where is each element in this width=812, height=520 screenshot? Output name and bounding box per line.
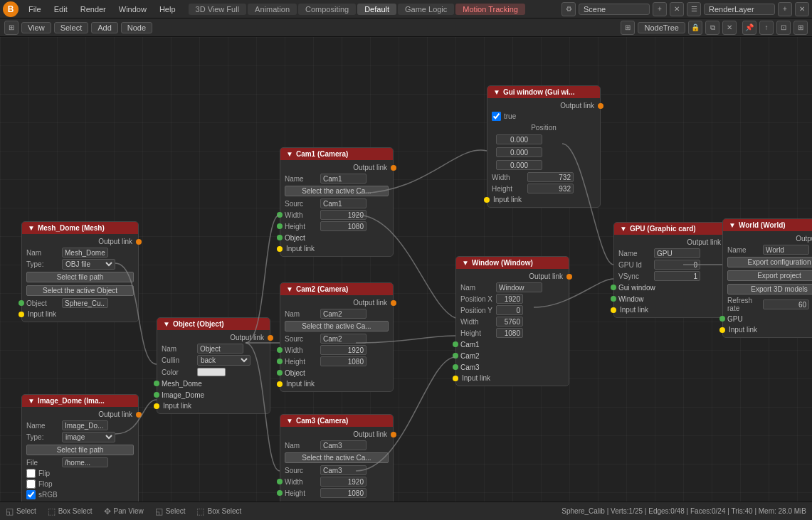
cam3-source-input[interactable]: [320, 465, 367, 475]
socket-height-cam3[interactable]: [277, 490, 283, 496]
socket-object-mesh-dome[interactable]: [19, 300, 24, 306]
node-object[interactable]: ▼ Object (Object) Output link Nam Cullin…: [157, 317, 270, 414]
toolbar-add[interactable]: Add: [91, 22, 118, 33]
cam2-name-input[interactable]: [320, 309, 367, 319]
node-collapse-gpu[interactable]: ▼: [620, 225, 627, 233]
socket-gui-window-gpu[interactable]: [611, 285, 616, 290]
cam3-select-btn[interactable]: Select the active Ca...: [285, 452, 389, 463]
node-collapse-mesh-dome[interactable]: ▼: [28, 224, 35, 232]
tab-motiontracking[interactable]: Motion Tracking: [455, 4, 525, 15]
socket-width-cam3[interactable]: [277, 479, 283, 484]
object-culling-select[interactable]: back: [197, 355, 251, 366]
socket-input-object[interactable]: [154, 403, 159, 409]
renderlayer-icon[interactable]: ☰: [687, 2, 701, 16]
scene-del-btn[interactable]: ✕: [670, 2, 684, 16]
socket-mesh-dome-obj[interactable]: [154, 381, 159, 386]
mesh-dome-select-file-btn[interactable]: Select file path: [26, 272, 134, 282]
window-height-input[interactable]: [496, 328, 523, 338]
socket-output-gui-window[interactable]: [598, 103, 603, 109]
scene-add-btn[interactable]: +: [653, 2, 667, 16]
node-collapse-cam3[interactable]: ▼: [286, 417, 293, 425]
socket-height-cam2[interactable]: [277, 359, 283, 364]
gui-window-posz-input[interactable]: [496, 160, 542, 170]
socket-width-cam2[interactable]: [277, 347, 283, 353]
image-dome-select-file-btn[interactable]: Select file path: [26, 445, 134, 455]
node-cam3[interactable]: ▼ Cam3 (Camera) Output link Nam Select t…: [280, 414, 394, 502]
cam1-source-input[interactable]: [320, 198, 367, 208]
toolbar-select[interactable]: Select: [54, 22, 89, 33]
tab-default[interactable]: Default: [357, 4, 396, 15]
socket-cam1-window[interactable]: [453, 341, 458, 347]
layout-icon[interactable]: ⊡: [776, 21, 791, 35]
image-dome-name-input[interactable]: [62, 420, 108, 430]
object-name-input[interactable]: [197, 344, 243, 354]
node-world[interactable]: ▼ World (World) Output link Name Export …: [722, 218, 812, 338]
scene-name-input[interactable]: [579, 4, 650, 15]
window-posx-input[interactable]: [496, 294, 523, 304]
gui-window-posx-input[interactable]: [496, 134, 542, 144]
socket-input-gpu[interactable]: [611, 307, 616, 313]
window-width-input[interactable]: [496, 317, 523, 327]
cam2-height-input[interactable]: [320, 356, 367, 366]
status-box-select-left[interactable]: ⬚ Box Select: [48, 506, 93, 516]
gpu-id-input[interactable]: [654, 260, 700, 270]
image-dome-flip-checkbox[interactable]: [26, 469, 36, 478]
tab-3dviewfull[interactable]: 3D View Full: [189, 4, 247, 15]
socket-output-cam1[interactable]: [391, 165, 396, 171]
arrow-up-icon[interactable]: ↑: [759, 21, 774, 35]
world-refresh-input[interactable]: [763, 299, 809, 309]
mesh-dome-object-input[interactable]: [62, 298, 108, 308]
node-collapse-object[interactable]: ▼: [163, 320, 170, 328]
socket-input-mesh-dome[interactable]: [19, 312, 24, 317]
socket-input-cam2[interactable]: [277, 381, 283, 387]
menu-edit[interactable]: Edit: [48, 4, 73, 15]
socket-output-image-dome[interactable]: [136, 412, 142, 418]
socket-output-cam2[interactable]: [391, 300, 396, 306]
socket-output-mesh-dome[interactable]: [136, 239, 142, 245]
gui-window-width-input[interactable]: [527, 172, 574, 182]
nodetree-copy-icon[interactable]: ⧉: [705, 21, 719, 35]
socket-output-cam3[interactable]: [391, 432, 396, 437]
mesh-dome-name-input[interactable]: [62, 248, 108, 258]
socket-height-cam1[interactable]: [277, 223, 283, 229]
socket-cam2-window[interactable]: [453, 353, 458, 359]
socket-output-window[interactable]: [566, 274, 572, 280]
cam1-width-input[interactable]: [320, 210, 367, 220]
gpu-name-input[interactable]: [654, 248, 700, 258]
more-icon[interactable]: ⊞: [793, 21, 808, 35]
socket-gpu-world[interactable]: [719, 316, 725, 322]
image-dome-file-input[interactable]: [62, 457, 108, 467]
node-gui-window[interactable]: ▼ Gui window (Gui wi... Output link true…: [487, 85, 601, 208]
cam1-select-btn[interactable]: Select the active Ca...: [285, 186, 389, 196]
status-box-select-right[interactable]: ⬚ Box Select: [196, 506, 241, 516]
rl-del-btn[interactable]: ✕: [795, 2, 809, 16]
gui-window-posy-input[interactable]: [496, 147, 542, 157]
node-image-dome[interactable]: ▼ Image_Dome (Ima... Output link Name Ty…: [21, 394, 139, 502]
object-color-swatch[interactable]: [197, 368, 226, 376]
nodetree-type-icon[interactable]: ⊞: [621, 21, 635, 35]
gui-window-decorated-checkbox[interactable]: [492, 112, 501, 121]
node-canvas[interactable]: ▼ Mesh_Dome (Mesh) Output link Nam Type:…: [0, 37, 812, 502]
menu-window[interactable]: Window: [113, 4, 152, 15]
cam2-source-input[interactable]: [320, 334, 367, 344]
socket-output-object[interactable]: [268, 335, 273, 341]
socket-object-cam1[interactable]: [277, 235, 283, 240]
socket-input-gui-window[interactable]: [484, 197, 490, 203]
window-name-input[interactable]: [496, 282, 542, 292]
node-collapse-image-dome[interactable]: ▼: [28, 397, 35, 405]
toolbar-view[interactable]: View: [21, 22, 51, 33]
image-dome-srgb-checkbox[interactable]: [26, 490, 36, 499]
node-mesh-dome[interactable]: ▼ Mesh_Dome (Mesh) Output link Nam Type:…: [21, 221, 139, 322]
nodetree-close-icon[interactable]: ✕: [722, 21, 737, 35]
gpu-vsync-input[interactable]: [654, 271, 700, 281]
menu-help[interactable]: Help: [154, 4, 181, 15]
gui-window-height-input[interactable]: [527, 184, 574, 193]
mesh-dome-type-select[interactable]: OBJ file: [62, 259, 115, 270]
socket-cam3-window[interactable]: [453, 364, 458, 370]
toolbar-node[interactable]: Node: [121, 22, 152, 33]
node-collapse-world[interactable]: ▼: [729, 221, 736, 229]
editor-type-icon[interactable]: ⊞: [4, 21, 19, 35]
socket-object-cam2[interactable]: [277, 370, 283, 376]
cam2-width-input[interactable]: [320, 345, 367, 355]
status-select-right[interactable]: ◱ Select: [155, 506, 186, 516]
